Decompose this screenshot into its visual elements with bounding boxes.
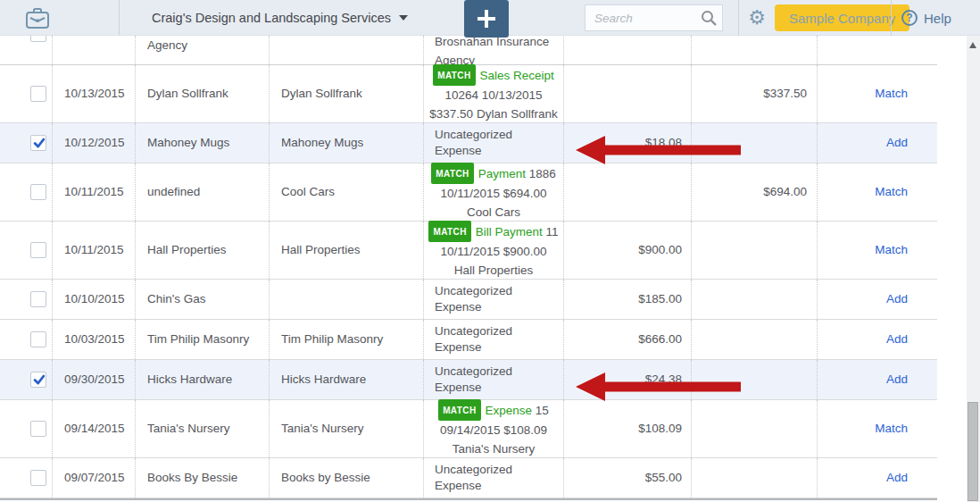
payee-cell [270, 36, 424, 64]
received-cell [692, 222, 818, 279]
checkbox-cell [0, 65, 53, 122]
received-cell [692, 458, 818, 498]
match-type-link[interactable]: Payment [478, 167, 526, 180]
add-link[interactable]: Add [886, 135, 908, 151]
row-checkbox[interactable] [30, 184, 46, 200]
match-link[interactable]: Match [875, 242, 908, 258]
gear-icon[interactable]: ⚙ [746, 7, 768, 29]
scrollbar-thumb[interactable] [968, 402, 978, 501]
table-row: 09/07/2015Books By BessieBooks by Bessie… [0, 458, 937, 498]
help-button[interactable]: ? Help [901, 0, 951, 36]
table-row: 09/14/2015Tania's NurseryTania's Nursery… [0, 400, 937, 458]
add-link[interactable]: Add [886, 291, 908, 307]
category-cell: Uncategorized Expense [424, 320, 564, 359]
row-checkbox[interactable] [30, 36, 46, 42]
checkbox-cell [0, 458, 53, 498]
row-checkbox[interactable] [30, 372, 46, 388]
match-type-link[interactable]: Sales Receipt [480, 69, 554, 82]
action-cell: Add [818, 360, 937, 399]
spent-cell [564, 163, 692, 221]
match-link[interactable]: Match [875, 421, 908, 437]
description-cell: Mahoney Mugs [136, 123, 270, 163]
received-cell: $337.50 [692, 65, 818, 122]
date-cell: 09/14/2015 [53, 400, 136, 457]
received-cell [692, 360, 818, 399]
row-checkbox[interactable] [30, 470, 46, 486]
table-row: 09/30/2015Hicks HardwareHicks HardwareUn… [0, 360, 937, 400]
row-checkbox[interactable] [30, 242, 46, 258]
checkbox-cell [0, 163, 53, 221]
header-divider [738, 0, 739, 36]
action-cell: Match [818, 65, 937, 122]
received-cell [692, 123, 818, 163]
date-cell: 10/10/2015 [53, 280, 136, 319]
table-row: 10/10/2015Chin's GasUncategorized Expens… [0, 280, 937, 320]
payee-cell [270, 280, 424, 319]
help-label: Help [924, 11, 951, 26]
description-cell: Agency [136, 36, 270, 64]
add-link[interactable]: Add [886, 470, 908, 486]
date-cell: 10/03/2015 [53, 320, 136, 359]
category-cell: Uncategorized Expense [424, 280, 564, 319]
row-checkbox[interactable] [30, 331, 46, 347]
briefcase-icon[interactable] [25, 6, 50, 30]
date-cell: 10/11/2015 [53, 163, 136, 221]
row-checkbox[interactable] [30, 135, 46, 151]
action-cell: Match [818, 163, 937, 221]
help-icon: ? [901, 10, 918, 26]
spent-cell: $18.08 [564, 123, 692, 163]
checkbox-cell [0, 36, 53, 64]
match-line-2: 09/14/2015 $108.09 [440, 421, 547, 439]
scroll-up-arrow-icon[interactable] [969, 42, 976, 48]
description-cell: Dylan Sollfrank [136, 65, 270, 122]
category-cell: Uncategorized Expense [424, 458, 564, 498]
match-type-link[interactable]: Bill Payment [476, 225, 543, 238]
category-cell: MATCHBill Payment 1110/11/2015 $900.00Ha… [424, 222, 564, 279]
spent-cell [564, 36, 692, 64]
checkbox-cell [0, 280, 53, 319]
add-link[interactable]: Add [886, 372, 908, 388]
top-navigation-bar: Craig's Design and Landscaping Services … [0, 0, 980, 36]
payee-cell: Books by Bessie [270, 458, 424, 498]
match-line-2: 10264 10/13/2015 [445, 86, 543, 105]
row-checkbox[interactable] [30, 86, 46, 102]
table-row: 10/11/2015undefinedCool CarsMATCHPayment… [0, 163, 937, 222]
chevron-down-icon [399, 15, 408, 21]
description-cell: Hicks Hardware [136, 360, 270, 399]
match-line-3: Cool Cars [467, 203, 520, 222]
create-new-button[interactable] [464, 0, 509, 38]
match-line-2: 10/11/2015 $900.00 [440, 242, 546, 261]
row-checkbox[interactable] [30, 421, 46, 437]
match-type-link[interactable]: Expense [486, 404, 533, 417]
table-row: 10/11/2015Hall PropertiesHall Properties… [0, 222, 937, 280]
description-cell: undefined [136, 163, 270, 221]
category-cell: Brosnahan InsuranceAgency [424, 36, 564, 64]
date-cell: 10/11/2015 [53, 222, 136, 279]
date-cell: 09/30/2015 [53, 360, 136, 399]
payee-cell: Dylan Sollfrank [270, 65, 424, 122]
category-cell: MATCHPayment 188610/11/2015 $694.00Cool … [424, 163, 564, 221]
sample-company-badge[interactable]: Sample Company [775, 4, 909, 31]
search-icon[interactable] [700, 9, 718, 27]
received-cell [692, 280, 818, 319]
payee-cell: Tania's Nursery [270, 400, 424, 457]
action-cell: Add [818, 123, 937, 163]
match-link[interactable]: Match [875, 184, 908, 200]
category-cell: MATCHExpense 1509/14/2015 $108.09Tania's… [424, 400, 564, 457]
date-cell [53, 36, 136, 64]
payee-cell: Cool Cars [270, 163, 424, 221]
company-name: Craig's Design and Landscaping Services [152, 11, 391, 25]
company-selector[interactable]: Craig's Design and Landscaping Services [152, 0, 408, 36]
row-checkbox[interactable] [30, 291, 46, 307]
table-row: 10/12/2015Mahoney MugsMahoney MugsUncate… [0, 123, 937, 163]
match-badge: MATCH [433, 64, 475, 86]
vertical-scrollbar[interactable] [967, 36, 980, 502]
action-cell [818, 36, 937, 64]
payee-cell: Mahoney Mugs [270, 123, 424, 163]
description-cell: Books By Bessie [136, 458, 270, 498]
match-line-1: MATCHBill Payment 11 [428, 221, 558, 242]
match-link[interactable]: Match [875, 86, 908, 102]
checkbox-cell [0, 320, 53, 359]
add-link[interactable]: Add [886, 331, 908, 347]
received-cell [692, 36, 818, 64]
